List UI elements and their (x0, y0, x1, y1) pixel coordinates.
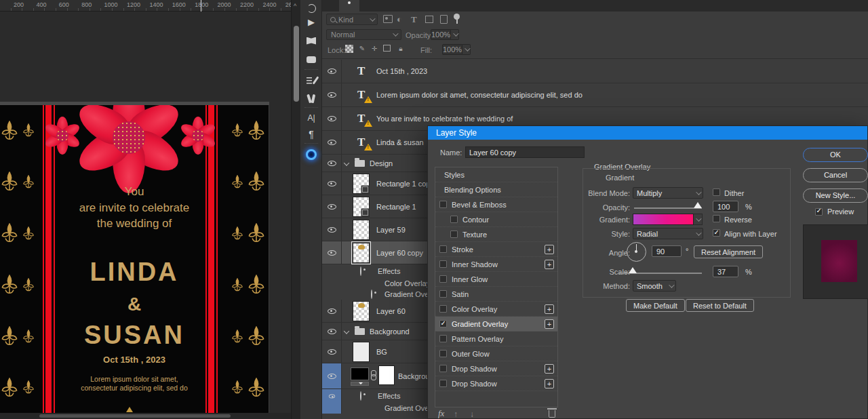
gradient-swatch[interactable] (633, 214, 694, 225)
horizontal-scrollbar[interactable] (0, 413, 291, 419)
layer-name[interactable]: Rectangle 1 copy (376, 180, 434, 188)
visibility-eye-icon[interactable] (328, 161, 336, 166)
brush-settings-icon[interactable] (300, 73, 322, 89)
dither-checkbox[interactable] (713, 188, 720, 196)
visibility-eye-icon[interactable] (371, 290, 372, 299)
eye-cell[interactable] (322, 389, 342, 403)
layer-name[interactable]: Rectangle 1 (376, 203, 416, 211)
lock-artboard-icon[interactable] (383, 45, 391, 52)
lock-transparency-icon[interactable] (345, 45, 353, 53)
scrollbar-up-arrow-icon[interactable]: ^ (294, 3, 296, 9)
fill-dropdown-icon[interactable] (462, 44, 471, 55)
style-list-item[interactable]: Contour (435, 212, 557, 227)
horizontal-scrollbar-thumb[interactable] (39, 414, 231, 418)
visibility-eye-icon[interactable] (328, 374, 336, 379)
layer-thumbnail[interactable] (351, 367, 369, 380)
reverse-checkbox[interactable] (713, 215, 720, 222)
effects-header-label[interactable]: Effects (378, 267, 400, 275)
opacity-slider-thumb[interactable] (694, 202, 702, 208)
layer-name[interactable]: Lorem ipsum dolor sit amet, consectetur … (376, 91, 583, 99)
visibility-eye-icon[interactable] (328, 116, 336, 121)
style-checkbox[interactable] (439, 380, 447, 387)
style-checkbox[interactable] (439, 335, 447, 342)
invitation-canvas[interactable]: You are invite to celebrate the wedding … (0, 105, 269, 414)
reset-alignment-button[interactable]: Reset Alignment (694, 245, 763, 258)
style-checkbox[interactable] (450, 231, 458, 238)
scale-slider-thumb[interactable] (629, 267, 637, 273)
eye-cell[interactable] (322, 241, 342, 264)
blend-mode-dropdown[interactable]: Normal (326, 29, 401, 40)
up-arrow-icon[interactable]: ↑ (454, 410, 458, 419)
new-style-button[interactable]: New Style... (803, 188, 868, 203)
visibility-eye-icon[interactable] (328, 68, 336, 74)
eye-cell[interactable] (322, 155, 342, 172)
effects-header-label[interactable]: Effects (378, 392, 400, 400)
paragraph-icon[interactable]: ¶ (300, 126, 322, 142)
style-list-item[interactable]: Drop Shadow+ (435, 361, 557, 376)
layer-name[interactable]: Layer 59 (376, 226, 406, 234)
eye-cell[interactable] (322, 195, 342, 218)
add-effect-plus-icon[interactable]: + (545, 304, 554, 314)
layer-thumbnail[interactable] (353, 220, 370, 240)
angle-dial[interactable] (627, 242, 646, 262)
library-icon[interactable] (300, 33, 322, 49)
adjustment-filter-icon[interactable]: ◐ (397, 14, 402, 24)
vertical-scrollbar-thumb[interactable] (294, 26, 299, 102)
eye-cell[interactable] (322, 403, 342, 414)
play-icon[interactable]: ▶ (300, 14, 322, 30)
ok-button[interactable]: OK (803, 148, 868, 162)
visibility-eye-icon[interactable] (328, 181, 336, 186)
add-effect-plus-icon[interactable]: + (545, 260, 554, 269)
visibility-eye-icon[interactable] (328, 329, 336, 334)
add-effect-plus-icon[interactable]: + (545, 379, 554, 388)
cancel-button[interactable]: Cancel (803, 168, 868, 182)
style-checkbox[interactable] (439, 350, 447, 357)
comment-icon[interactable] (300, 52, 322, 68)
visibility-eye-icon[interactable] (328, 349, 336, 355)
style-list-item[interactable]: Drop Shadow+ (435, 376, 557, 391)
add-effect-plus-icon[interactable]: + (545, 364, 554, 374)
gradient-picker-dropdown-icon[interactable] (694, 214, 703, 225)
visibility-eye-icon[interactable] (328, 204, 336, 210)
smartobject-filter-icon[interactable] (440, 15, 448, 24)
layer-name-input[interactable] (465, 146, 585, 158)
dialog-title-bar[interactable]: Layer Style (428, 126, 867, 140)
eye-cell[interactable] (322, 172, 342, 195)
make-default-button[interactable]: Make Default (626, 299, 685, 312)
angle-input[interactable]: 90 (652, 245, 682, 257)
visibility-eye-icon[interactable] (328, 227, 336, 233)
style-checkbox[interactable] (439, 201, 447, 208)
reset-to-default-button[interactable]: Reset to Default (686, 299, 754, 312)
top-ruler[interactable]: 2004006008001000120014001600180020002200… (0, 0, 291, 12)
style-list-item[interactable]: Bevel & Emboss (435, 197, 557, 212)
brushes-icon[interactable] (300, 90, 322, 106)
layer-row[interactable]: TLorem ipsum dolor sit amet, consectetur… (322, 83, 868, 107)
layer-name[interactable]: Layer 60 (376, 307, 406, 315)
visibility-eye-icon[interactable] (360, 266, 361, 276)
eye-cell[interactable] (322, 323, 342, 340)
style-list-item[interactable]: Gradient Overlay+ (435, 317, 557, 332)
style-list-item[interactable]: Pattern Overlay (435, 332, 557, 346)
effect-name[interactable]: Color Overlay (384, 279, 430, 287)
layer-thumbnail[interactable] (353, 174, 370, 194)
layer-name[interactable]: Oct 15th , 2023 (376, 67, 427, 75)
style-list-item[interactable]: Inner Glow (435, 272, 557, 287)
eye-cell[interactable] (322, 60, 342, 83)
layer-name[interactable]: Linda & susan (376, 138, 424, 146)
eye-cell[interactable] (322, 363, 342, 388)
scale-input[interactable]: 37 (713, 266, 738, 277)
layer-mask-thumbnail[interactable] (378, 365, 395, 385)
opacity-input[interactable]: 100 (713, 201, 738, 212)
layers-panel-tab[interactable] (339, 0, 359, 12)
style-list-item[interactable]: Color Overlay+ (435, 302, 557, 317)
style-checkbox[interactable] (439, 320, 447, 327)
style-checkbox[interactable] (439, 245, 447, 253)
visibility-eye-icon[interactable] (360, 391, 361, 401)
visibility-eye-icon[interactable] (328, 308, 336, 314)
scale-slider[interactable] (619, 273, 702, 274)
align-with-layer-checkbox[interactable] (713, 229, 720, 237)
type-filter-icon[interactable]: T (411, 14, 417, 25)
lock-move-icon[interactable]: ✛ (370, 45, 378, 53)
eye-cell[interactable] (322, 107, 342, 130)
group-expand-chevron-icon[interactable] (344, 160, 349, 165)
